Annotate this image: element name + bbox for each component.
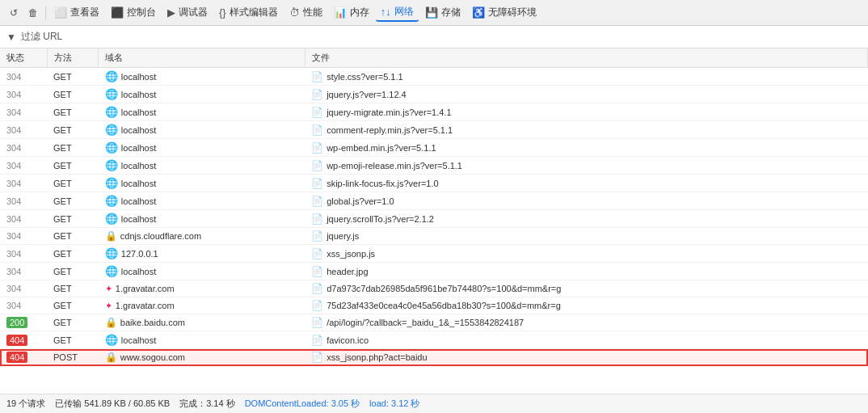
globe-icon: 🌐 [105, 70, 118, 82]
file-text: skip-link-focus-fix.js?ver=1.0 [327, 179, 438, 188]
domain-text: 1.gravatar.com [116, 301, 175, 310]
table-row[interactable]: 404GET🌐localhost📄favicon.ico [0, 331, 868, 349]
tab-network[interactable]: ↑↓ 网络 [376, 3, 419, 22]
style-editor-icon: {} [219, 6, 226, 19]
cell-file: 📄xss_jsonp.php?act=baidu [305, 349, 867, 366]
viewer-icon: ⬜ [54, 6, 67, 19]
tab-accessibility[interactable]: ♿ 无障碍环境 [467, 4, 541, 21]
domain-text: localhost [121, 72, 156, 82]
status-domcontentloaded: DOMContentLoaded: 3.05 秒 [245, 398, 360, 410]
domain-text: 127.0.0.1 [121, 249, 158, 259]
table-row[interactable]: 304GET🌐127.0.0.1📄xss_jsonp.js [0, 245, 868, 263]
file-text: wp-embed.min.js?ver=5.1.1 [327, 143, 436, 153]
cell-domain: 🌐localhost [99, 68, 305, 86]
file-icon: 📄 [311, 213, 323, 225]
table-row[interactable]: 304GET🌐localhost📄header.jpg [0, 263, 868, 280]
cell-method: GET [47, 103, 99, 121]
table-row[interactable]: 304GET🌐localhost📄jquery.scrollTo.js?ver=… [0, 210, 868, 228]
lock-icon: 🔒 [105, 317, 117, 328]
tab-memory[interactable]: 📊 内存 [329, 4, 374, 21]
cell-domain: 🌐localhost [99, 86, 305, 103]
cell-status: 200 [0, 314, 47, 331]
table-row[interactable]: 304GET🌐localhost📄comment-reply.min.js?ve… [0, 121, 868, 139]
cell-status: 304 [0, 68, 47, 86]
table-row[interactable]: 304GET🌐localhost📄style.css?ver=5.1.1 [0, 68, 868, 86]
file-text: header.jpg [327, 267, 368, 276]
filter-icon: ▼ [6, 32, 16, 43]
table-row[interactable]: 304GET🌐localhost📄jquery-migrate.min.js?v… [0, 103, 868, 121]
tab-style-editor[interactable]: {} 样式编辑器 [214, 4, 283, 21]
cell-file: 📄jquery-migrate.min.js?ver=1.4.1 [305, 103, 867, 121]
cell-status: 304 [0, 210, 47, 228]
cell-status: 304 [0, 228, 47, 245]
console-icon: ⬛ [111, 6, 124, 19]
status-requests: 19 个请求 [6, 398, 45, 410]
cell-status: 304 [0, 103, 47, 121]
lock-icon: 🔒 [105, 230, 117, 242]
globe-icon: 🌐 [105, 159, 118, 171]
table-row[interactable]: 304GET✦1.gravatar.com📄d7a973c7dab26985da… [0, 280, 868, 297]
tab-performance[interactable]: ⏱ 性能 [284, 4, 327, 21]
cell-domain: 🌐localhost [99, 210, 305, 228]
table-row[interactable]: 304GET✦1.gravatar.com📄75d23af433e0cea4c0… [0, 297, 868, 314]
table-row[interactable]: 304GET🌐localhost📄skip-link-focus-fix.js?… [0, 175, 868, 192]
tab-debugger[interactable]: ▶ 调试器 [162, 4, 213, 21]
domain-text: localhost [121, 267, 156, 276]
cell-domain: 🌐localhost [99, 103, 305, 121]
network-table-container[interactable]: 状态 方法 域名 文件 304GET🌐localhost📄style.css?v… [0, 48, 868, 394]
cell-status: 304 [0, 280, 47, 297]
globe-icon: 🌐 [105, 334, 118, 346]
cell-method: GET [47, 68, 99, 86]
file-icon: 📄 [311, 107, 323, 118]
status-load: load: 3.12 秒 [369, 398, 419, 410]
file-icon: 📄 [311, 230, 323, 242]
cell-method: GET [47, 157, 99, 175]
performance-icon: ⏱ [289, 6, 300, 19]
delete-button[interactable]: 🗑 [24, 4, 42, 22]
cell-file: 📄comment-reply.min.js?ver=5.1.1 [305, 121, 867, 139]
tab-storage[interactable]: 💾 存储 [420, 4, 466, 21]
cell-domain: 🌐localhost [99, 331, 305, 349]
cell-method: GET [47, 139, 99, 157]
cell-domain: 🌐localhost [99, 157, 305, 175]
cell-status: 304 [0, 297, 47, 314]
memory-icon: 📊 [334, 6, 347, 19]
filter-bar: ▼ 过滤 URL [0, 26, 868, 48]
table-row[interactable]: 304GET🌐localhost📄jquery.js?ver=1.12.4 [0, 86, 868, 103]
accessibility-icon: ♿ [472, 6, 485, 19]
domain-text: baike.baidu.com [120, 318, 185, 327]
file-icon: 📄 [311, 160, 323, 171]
tab-viewer[interactable]: ⬜ 查看器 [49, 4, 104, 21]
cell-file: 📄skip-link-focus-fix.js?ver=1.0 [305, 175, 867, 192]
cell-method: POST [47, 349, 99, 366]
cell-status: 404 [0, 331, 47, 349]
cell-domain: 🌐localhost [99, 139, 305, 157]
cell-domain: 🌐127.0.0.1 [99, 245, 305, 263]
cell-domain: 🌐localhost [99, 175, 305, 192]
reload-button[interactable]: ↺ [5, 4, 23, 22]
gravatar-icon: ✦ [105, 284, 112, 293]
table-row[interactable]: 304GET🌐localhost📄wp-embed.min.js?ver=5.1… [0, 139, 868, 157]
table-row[interactable]: 404POST🔒www.sogou.com📄xss_jsonp.php?act=… [0, 349, 868, 366]
status-finished: 完成：3.14 秒 [179, 398, 234, 410]
table-row[interactable]: 304GET🌐localhost📄wp-emoji-release.min.js… [0, 157, 868, 175]
file-icon: 📄 [311, 266, 323, 277]
col-header-domain: 域名 [99, 48, 305, 68]
domain-text: www.sogou.com [120, 352, 185, 362]
domain-text: localhost [121, 179, 156, 188]
domain-text: localhost [121, 214, 156, 224]
cell-file: 📄75d23af433e0cea4c0e45a56dba18b30?s=100&… [305, 297, 867, 314]
cell-status: 404 [0, 349, 47, 366]
file-icon: 📄 [311, 352, 323, 363]
cell-file: 📄style.css?ver=5.1.1 [305, 68, 867, 86]
table-row[interactable]: 200GET🔒baike.baidu.com📄/api/login/?callb… [0, 314, 868, 331]
lock-icon: 🔒 [105, 352, 117, 363]
cell-method: GET [47, 314, 99, 331]
tab-console[interactable]: ⬛ 控制台 [106, 4, 161, 21]
cell-domain: 🌐localhost [99, 121, 305, 139]
cell-file: 📄favicon.ico [305, 331, 867, 349]
globe-icon: 🌐 [105, 213, 118, 225]
table-row[interactable]: 304GET🌐localhost📄global.js?ver=1.0 [0, 192, 868, 210]
table-row[interactable]: 304GET🔒cdnjs.cloudflare.com📄jquery.js [0, 228, 868, 245]
file-text: jquery.js?ver=1.12.4 [327, 90, 407, 99]
